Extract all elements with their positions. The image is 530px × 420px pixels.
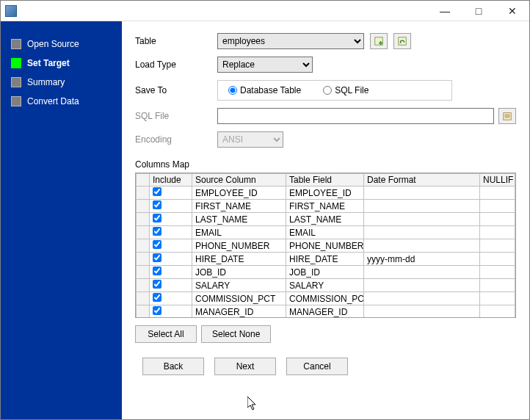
source-cell[interactable]: PHONE_NUMBER (192, 239, 286, 253)
sqlfile-label: SQL File (135, 111, 217, 121)
field-cell[interactable]: EMAIL (286, 226, 364, 239)
field-cell[interactable]: LAST_NAME (286, 213, 364, 226)
refresh-table-button[interactable] (393, 33, 411, 49)
date-cell[interactable] (364, 266, 480, 279)
nullif-cell[interactable] (480, 226, 515, 239)
source-cell[interactable]: HIRE_DATE (192, 253, 286, 266)
include-checkbox[interactable] (153, 253, 161, 262)
nullif-cell[interactable] (480, 305, 515, 319)
table-row[interactable]: MANAGER_IDMANAGER_ID (137, 305, 515, 319)
wizard-step-0[interactable]: Open Source (1, 35, 122, 54)
col-header-include[interactable]: Include (150, 174, 192, 187)
date-cell[interactable] (364, 305, 480, 319)
include-checkbox[interactable] (153, 306, 161, 315)
table-row[interactable]: LAST_NAMELAST_NAME (137, 213, 515, 226)
include-checkbox[interactable] (153, 240, 161, 249)
select-all-button[interactable]: Select All (135, 325, 197, 343)
date-cell[interactable] (364, 279, 480, 292)
table-row[interactable]: SALARYSALARY (137, 279, 515, 292)
app-icon (5, 5, 17, 17)
source-cell[interactable]: EMPLOYEE_ID (192, 187, 286, 200)
col-header-source[interactable]: Source Column (192, 174, 286, 187)
saveto-label: Save To (135, 85, 217, 95)
table-select[interactable]: employees (217, 33, 364, 49)
table-row[interactable]: HIRE_DATEHIRE_DATEyyyy-mm-dd (137, 253, 515, 266)
browse-file-button[interactable] (498, 108, 516, 124)
nullif-cell[interactable] (480, 200, 515, 213)
source-cell[interactable]: FIRST_NAME (192, 200, 286, 213)
field-cell[interactable]: FIRST_NAME (286, 200, 364, 213)
col-header-nullif[interactable]: NULLIF (480, 174, 515, 187)
nullif-cell[interactable] (480, 253, 515, 266)
minimize-button[interactable]: — (428, 1, 462, 21)
row-header[interactable] (137, 239, 150, 253)
field-cell[interactable]: JOB_ID (286, 266, 364, 279)
source-cell[interactable]: COMMISSION_PCT (192, 292, 286, 305)
include-checkbox[interactable] (153, 267, 161, 275)
wizard-step-2[interactable]: Summary (1, 73, 122, 92)
include-checkbox[interactable] (153, 214, 161, 222)
field-cell[interactable]: SALARY (286, 279, 364, 292)
include-checkbox[interactable] (153, 200, 161, 209)
date-cell[interactable] (364, 213, 480, 226)
nullif-cell[interactable] (480, 292, 515, 305)
date-cell[interactable] (364, 200, 480, 213)
row-header[interactable] (137, 253, 150, 266)
row-header[interactable] (137, 213, 150, 226)
saveto-sql-radio[interactable]: SQL File (323, 85, 369, 95)
table-row[interactable]: FIRST_NAMEFIRST_NAME (137, 200, 515, 213)
date-cell[interactable] (364, 187, 480, 200)
include-checkbox[interactable] (153, 187, 161, 196)
saveto-db-radio[interactable]: Database Table (228, 85, 301, 95)
row-header[interactable] (137, 292, 150, 305)
include-checkbox[interactable] (153, 293, 161, 302)
table-row[interactable]: EMAILEMAIL (137, 226, 515, 239)
select-none-button[interactable]: Select None (201, 325, 271, 343)
source-cell[interactable]: SALARY (192, 279, 286, 292)
row-header[interactable] (137, 305, 150, 319)
field-cell[interactable]: HIRE_DATE (286, 253, 364, 266)
nullif-cell[interactable] (480, 213, 515, 226)
back-button[interactable]: Back (142, 358, 204, 375)
source-cell[interactable]: JOB_ID (192, 266, 286, 279)
cancel-button[interactable]: Cancel (286, 358, 348, 375)
table-row[interactable]: EMPLOYEE_IDEMPLOYEE_ID (137, 187, 515, 200)
row-header[interactable] (137, 187, 150, 200)
nullif-cell[interactable] (480, 187, 515, 200)
date-cell[interactable] (364, 292, 480, 305)
columns-map-grid[interactable]: Include Source Column Table Field Date F… (135, 173, 516, 318)
wizard-step-1[interactable]: Set Target (1, 54, 122, 73)
table-row[interactable]: JOB_IDJOB_ID (137, 266, 515, 279)
saveto-db-radio-input[interactable] (228, 86, 237, 95)
row-header[interactable] (137, 279, 150, 292)
date-cell[interactable]: yyyy-mm-dd (364, 253, 480, 266)
field-cell[interactable]: EMPLOYEE_ID (286, 187, 364, 200)
nullif-cell[interactable] (480, 266, 515, 279)
next-button[interactable]: Next (214, 358, 276, 375)
include-checkbox[interactable] (153, 227, 161, 236)
table-row[interactable]: COMMISSION_PCTCOMMISSION_PC (137, 292, 515, 305)
table-row[interactable]: PHONE_NUMBERPHONE_NUMBER (137, 239, 515, 253)
nullif-cell[interactable] (480, 279, 515, 292)
include-checkbox[interactable] (153, 280, 161, 289)
field-cell[interactable]: MANAGER_ID (286, 305, 364, 319)
row-header[interactable] (137, 226, 150, 239)
source-cell[interactable]: LAST_NAME (192, 213, 286, 226)
source-cell[interactable]: MANAGER_ID (192, 305, 286, 319)
loadtype-select[interactable]: Replace (217, 57, 313, 73)
nullif-cell[interactable] (480, 239, 515, 253)
field-cell[interactable]: PHONE_NUMBER (286, 239, 364, 253)
col-header-field[interactable]: Table Field (286, 174, 364, 187)
field-cell[interactable]: COMMISSION_PC (286, 292, 364, 305)
maximize-button[interactable]: □ (462, 1, 495, 21)
add-table-button[interactable] (370, 33, 388, 49)
date-cell[interactable] (364, 239, 480, 253)
col-header-date[interactable]: Date Format (364, 174, 480, 187)
row-header[interactable] (137, 200, 150, 213)
saveto-sql-radio-input[interactable] (323, 86, 332, 95)
date-cell[interactable] (364, 226, 480, 239)
close-button[interactable]: ✕ (495, 1, 529, 21)
row-header[interactable] (137, 266, 150, 279)
wizard-step-3[interactable]: Convert Data (1, 92, 122, 111)
source-cell[interactable]: EMAIL (192, 226, 286, 239)
